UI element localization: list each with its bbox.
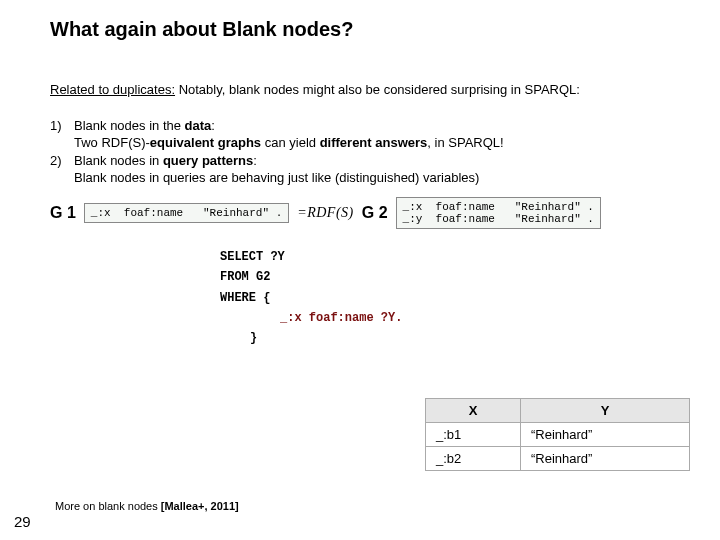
td-r1c2: “Reinhard”	[520, 423, 689, 447]
result-table: X Y _:b1 “Reinhard” _:b2 “Reinhard”	[425, 398, 690, 471]
td-r1c1: _:b1	[426, 423, 521, 447]
bullet-2-text-b: query patterns	[163, 153, 253, 168]
bullet-2-text-c: :	[253, 153, 257, 168]
rdfs-eq: =RDF(S)	[297, 205, 354, 221]
sparql-query: SELECT ?Y FROM G2 WHERE { _:x foaf:name …	[220, 247, 680, 349]
citation-pre: More on blank nodes	[55, 500, 161, 512]
page-number: 29	[14, 513, 31, 530]
th-y: Y	[520, 399, 689, 423]
query-select: SELECT ?Y	[220, 247, 680, 267]
query-brace-close: }	[250, 328, 680, 348]
query-where-inner: _:x foaf:name ?Y.	[280, 308, 680, 328]
bullet-1-text-a: Blank nodes in the	[74, 118, 185, 133]
table-row: _:b2 “Reinhard”	[426, 447, 690, 471]
query-from: FROM G2	[220, 267, 680, 287]
bullet-1: 1) Blank nodes in the data:	[50, 117, 680, 135]
table-header-row: X Y	[426, 399, 690, 423]
table-row: _:b1 “Reinhard”	[426, 423, 690, 447]
intro-text: Related to duplicates: Notably, blank no…	[50, 81, 680, 99]
query-where-open: WHERE {	[220, 288, 680, 308]
th-x: X	[426, 399, 521, 423]
g2-code: _:x foaf:name "Reinhard" . _:y foaf:name…	[396, 197, 601, 229]
bullet-2-num: 2)	[50, 152, 74, 170]
bullet-2-sub: Blank nodes in queries are behaving just…	[50, 169, 680, 187]
slide-title: What again about Blank nodes?	[50, 18, 680, 41]
intro-lead: Related to duplicates:	[50, 82, 175, 97]
bullet-2-text-a: Blank nodes in	[74, 153, 163, 168]
citation-ref: [Mallea+, 2011]	[161, 500, 239, 512]
b1s-a: Two RDF(S)-	[74, 135, 150, 150]
bullet-2: 2) Blank nodes in query patterns:	[50, 152, 680, 170]
bullet-list: 1) Blank nodes in the data: Two RDF(S)-e…	[50, 117, 680, 187]
bullet-1-text-b: data	[185, 118, 212, 133]
td-r2c1: _:b2	[426, 447, 521, 471]
bullet-1-sub: Two RDF(S)-equivalent graphs can yield d…	[50, 134, 680, 152]
graph-row: G 1 _:x foaf:name "Reinhard" . =RDF(S) G…	[50, 197, 680, 229]
b1s-e: , in SPARQL!	[427, 135, 503, 150]
g2-label: G 2	[362, 204, 388, 222]
b1s-d: different answers	[320, 135, 428, 150]
bullet-1-text-c: :	[211, 118, 215, 133]
intro-rest: Notably, blank nodes might also be consi…	[175, 82, 580, 97]
citation: More on blank nodes [Mallea+, 2011]	[55, 500, 239, 512]
g1-label: G 1	[50, 204, 76, 222]
td-r2c2: “Reinhard”	[520, 447, 689, 471]
b1s-b: equivalent graphs	[150, 135, 261, 150]
b1s-c: can yield	[261, 135, 320, 150]
g1-code: _:x foaf:name "Reinhard" .	[84, 203, 289, 223]
bullet-1-num: 1)	[50, 117, 74, 135]
